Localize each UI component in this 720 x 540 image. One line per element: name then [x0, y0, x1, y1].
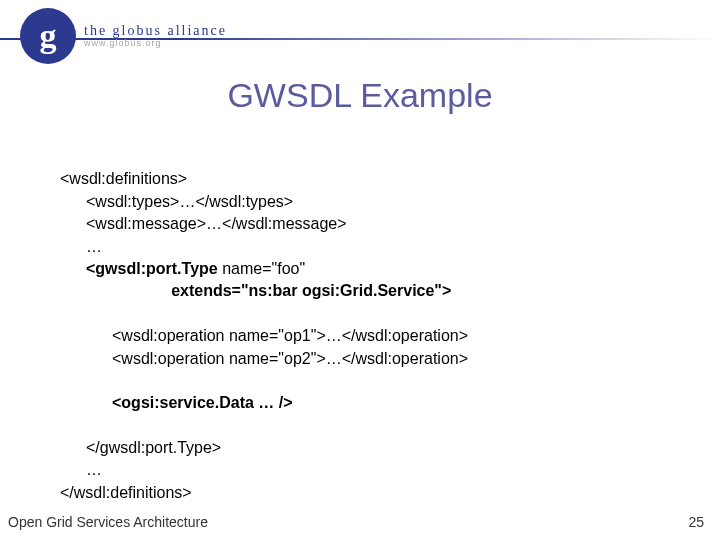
slide-title: GWSDL Example	[0, 76, 720, 115]
footer-text: Open Grid Services Architecture	[8, 514, 208, 530]
code-block: <wsdl:definitions> <wsdl:types>…</wsdl:t…	[60, 146, 468, 504]
globus-logo: g the globus alliance www.globus.org	[20, 8, 227, 64]
code-line: …	[60, 461, 102, 478]
logo-topline: the globus alliance	[84, 23, 227, 38]
code-line: <wsdl:operation name="op2">…</wsdl:opera…	[60, 350, 468, 367]
logo-subline: www.globus.org	[84, 39, 227, 49]
code-line: <wsdl:types>…</wsdl:types>	[60, 193, 293, 210]
globus-logo-icon: g	[20, 8, 76, 64]
code-bold: <ogsi:service.Data … />	[112, 394, 293, 411]
code-line: …	[60, 238, 102, 255]
globus-logo-text: the globus alliance www.globus.org	[84, 23, 227, 48]
code-line: </wsdl:definitions>	[60, 484, 192, 501]
slide-number: 25	[688, 514, 704, 530]
code-line: <gwsdl:port.Type name="foo"	[60, 260, 305, 277]
code-bold: <gwsdl:port.Type	[86, 260, 218, 277]
code-line: </gwsdl:port.Type>	[60, 439, 221, 456]
code-text: name="foo"	[218, 260, 305, 277]
code-line: <wsdl:operation name="op1">…</wsdl:opera…	[60, 327, 468, 344]
code-line: <ogsi:service.Data … />	[60, 394, 293, 411]
code-line: extends="ns:bar ogsi:Grid.Service">	[60, 282, 451, 299]
code-line: <wsdl:definitions>	[60, 170, 187, 187]
code-line: <wsdl:message>…</wsdl:message>	[60, 215, 347, 232]
code-bold: extends="ns:bar ogsi:Grid.Service">	[60, 282, 451, 299]
